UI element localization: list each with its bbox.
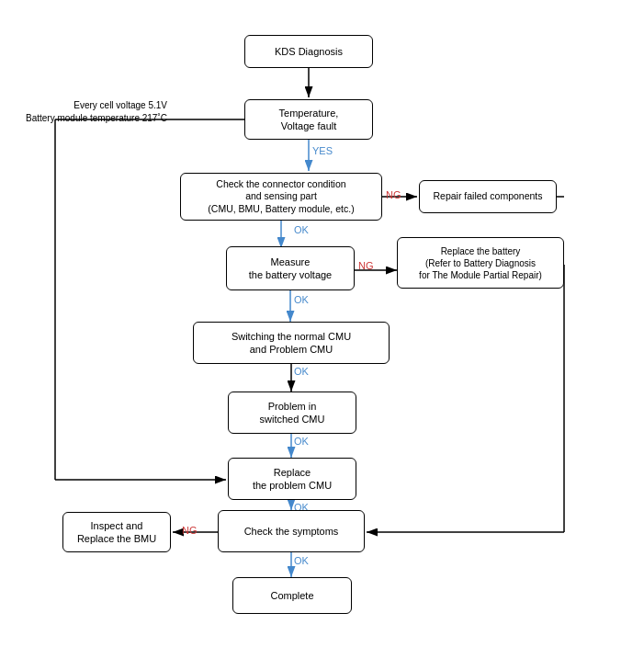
repair-failed-label: Repair failed components (433, 190, 542, 203)
replace-cmu-box: Replacethe problem CMU (228, 458, 356, 500)
replace-battery-label: Replace the battery(Refer to Battery Dia… (419, 245, 542, 281)
ng2-label: NG (358, 260, 374, 271)
check-connector-box: Check the connector conditionand sensing… (180, 173, 382, 221)
ok4-label: OK (294, 436, 309, 447)
ok6-label: OK (294, 555, 309, 566)
check-symptoms-label: Check the symptoms (244, 525, 339, 538)
problem-switched-label: Problem inswitched CMU (260, 400, 325, 426)
replace-cmu-label: Replacethe problem CMU (253, 466, 332, 493)
measure-battery-label: Measurethe battery voltage (249, 255, 333, 282)
temp-fault-box: Temperature,Voltage fault (244, 99, 373, 140)
flowchart: Every cell voltage 5.1VBattery module te… (0, 0, 644, 647)
ok3-label: OK (294, 366, 309, 377)
check-connector-label: Check the connector conditionand sensing… (208, 178, 354, 216)
yes-label: YES (312, 145, 333, 156)
ng3-label: NG (182, 525, 198, 536)
kds-box: KDS Diagnosis (244, 35, 373, 68)
replace-battery-box: Replace the battery(Refer to Battery Dia… (397, 237, 564, 289)
complete-box: Complete (232, 577, 352, 614)
temp-fault-label: Temperature,Voltage fault (279, 107, 339, 133)
ng1-label: NG (386, 189, 401, 200)
complete-label: Complete (270, 589, 313, 602)
inspect-bmu-box: Inspect andReplace the BMU (62, 512, 171, 552)
switching-cmu-label: Switching the normal CMUand Problem CMU (232, 330, 351, 357)
ok1-label: OK (294, 224, 309, 235)
check-symptoms-box: Check the symptoms (218, 510, 365, 552)
problem-switched-box: Problem inswitched CMU (228, 392, 356, 434)
ok2-label: OK (294, 294, 309, 305)
switching-cmu-box: Switching the normal CMUand Problem CMU (193, 322, 390, 364)
repair-failed-box: Repair failed components (419, 180, 557, 213)
kds-label: KDS Diagnosis (275, 45, 343, 58)
measure-battery-box: Measurethe battery voltage (226, 246, 355, 290)
inspect-bmu-label: Inspect andReplace the BMU (77, 519, 156, 546)
